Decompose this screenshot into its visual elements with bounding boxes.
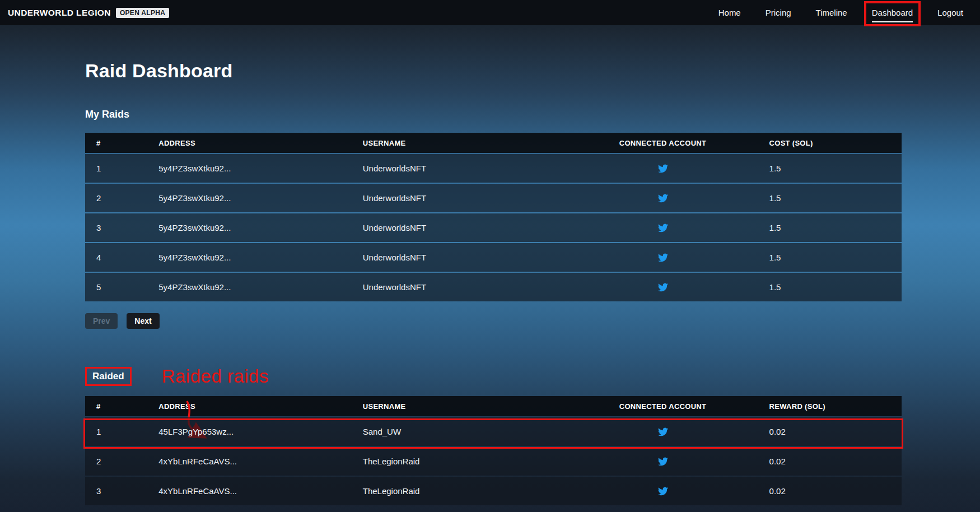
cell-address: 5y4PZ3swXtku92... — [158, 193, 363, 203]
raided-label: Raided — [85, 367, 132, 386]
cell-value: 0.02 — [755, 427, 902, 436]
table-row: 35y4PZ3swXtku92...UnderworldsNFT1.5 — [85, 213, 902, 242]
account-cell — [571, 282, 755, 292]
my-raids-table: #ADDRESSUSERNAMECONNECTED ACCOUNTCOST (S… — [85, 133, 902, 301]
table-row: 45y4PZ3swXtku92...UnderworldsNFT1.5 — [85, 243, 902, 272]
column-header: CONNECTED ACCOUNT — [571, 139, 755, 147]
twitter-icon[interactable] — [658, 427, 668, 437]
cell-address: 4xYbLnRFeCaAVS... — [158, 486, 363, 496]
account-cell — [571, 163, 755, 174]
table-row: 24xYbLnRFeCaAVS...TheLegionRaid0.02 — [85, 447, 902, 476]
account-cell — [571, 486, 755, 496]
cell-num: 1 — [85, 427, 158, 436]
my-raids-heading: My Raids — [85, 109, 902, 120]
column-header: CONNECTED ACCOUNT — [571, 402, 755, 411]
cell-address: 4xYbLnRFeCaAVS... — [158, 457, 363, 466]
account-cell — [571, 252, 755, 263]
column-header: ADDRESS — [158, 139, 363, 147]
nav-item-home[interactable]: Home — [718, 8, 741, 17]
column-header: ADDRESS — [158, 402, 363, 411]
twitter-icon[interactable] — [658, 486, 668, 496]
twitter-icon[interactable] — [658, 253, 668, 263]
table-body: 145LF3PgYp653wz...Sand_UW0.0224xYbLnRFeC… — [85, 417, 902, 505]
cell-num: 4 — [85, 253, 158, 262]
cell-num: 5 — [85, 282, 158, 292]
cell-address: 5y4PZ3swXtku92... — [158, 164, 363, 173]
column-header: COST (SOL) — [755, 139, 902, 147]
account-cell — [571, 193, 755, 203]
column-header: USERNAME — [363, 139, 571, 147]
table-row: 25y4PZ3swXtku92...UnderworldsNFT1.5 — [85, 184, 902, 212]
annotation-box — [864, 1, 921, 26]
brand-title: UNDERWORLD LEGION — [8, 8, 111, 18]
table-row: 55y4PZ3swXtku92...UnderworldsNFT1.5 — [85, 273, 902, 301]
main-content: Raid Dashboard My Raids #ADDRESSUSERNAME… — [0, 60, 980, 512]
table-header-row: #ADDRESSUSERNAMECONNECTED ACCOUNTREWARD … — [85, 396, 902, 416]
cell-address: 45LF3PgYp653wz... — [158, 427, 363, 436]
my-raids-section: My Raids #ADDRESSUSERNAMECONNECTED ACCOU… — [85, 109, 902, 329]
cell-num: 2 — [85, 193, 158, 203]
cell-username: UnderworldsNFT — [363, 223, 571, 232]
next-button[interactable]: Next — [127, 313, 159, 329]
cell-username: Sand_UW — [363, 427, 571, 436]
page-title: Raid Dashboard — [85, 60, 902, 82]
cell-value: 1.5 — [755, 193, 902, 203]
pagination: Prev Next — [85, 313, 902, 329]
nav-item-timeline[interactable]: Timeline — [816, 8, 847, 17]
cell-value: 1.5 — [755, 164, 902, 173]
column-header: # — [85, 139, 158, 147]
cell-username: UnderworldsNFT — [363, 193, 571, 203]
account-cell — [571, 456, 755, 467]
column-header: REWARD (SOL) — [755, 402, 902, 411]
twitter-icon[interactable] — [658, 164, 668, 174]
prev-button[interactable]: Prev — [85, 313, 118, 329]
cell-num: 3 — [85, 486, 158, 496]
twitter-icon[interactable] — [658, 457, 668, 467]
cell-value: 0.02 — [755, 486, 902, 496]
account-cell — [571, 426, 755, 437]
cell-username: TheLegionRaid — [363, 457, 571, 466]
cell-username: TheLegionRaid — [363, 486, 571, 496]
table-row: 15y4PZ3swXtku92...UnderworldsNFT1.5 — [85, 154, 902, 183]
cell-address: 5y4PZ3swXtku92... — [158, 223, 363, 232]
nav-item-logout[interactable]: Logout — [937, 8, 963, 17]
raided-table: #ADDRESSUSERNAMECONNECTED ACCOUNTREWARD … — [85, 396, 902, 505]
twitter-icon[interactable] — [658, 282, 668, 292]
cell-value: 1.5 — [755, 282, 902, 292]
raided-header: Raided Raided raids — [85, 366, 902, 387]
cell-address: 5y4PZ3swXtku92... — [158, 282, 363, 292]
nav-items: HomePricingTimelineDashboardLogout — [718, 8, 963, 17]
cell-num: 2 — [85, 457, 158, 466]
table-header-row: #ADDRESSUSERNAMECONNECTED ACCOUNTCOST (S… — [85, 133, 902, 153]
cell-value: 1.5 — [755, 223, 902, 232]
cell-value: 1.5 — [755, 253, 902, 262]
cell-value: 0.02 — [755, 457, 902, 466]
cell-num: 1 — [85, 164, 158, 173]
column-header: USERNAME — [363, 402, 571, 411]
account-cell — [571, 222, 755, 233]
twitter-icon[interactable] — [658, 223, 668, 233]
table-row: 34xYbLnRFeCaAVS...TheLegionRaid0.02 — [85, 477, 902, 505]
cell-num: 3 — [85, 223, 158, 232]
cell-username: UnderworldsNFT — [363, 164, 571, 173]
column-header: # — [85, 402, 158, 411]
cell-address: 5y4PZ3swXtku92... — [158, 253, 363, 262]
cell-username: UnderworldsNFT — [363, 253, 571, 262]
top-nav-bar: UNDERWORLD LEGION OPEN ALPHA HomePricing… — [0, 0, 980, 25]
cell-username: UnderworldsNFT — [363, 282, 571, 292]
twitter-icon[interactable] — [658, 193, 668, 203]
table-row: 145LF3PgYp653wz...Sand_UW0.02 — [85, 417, 902, 446]
nav-item-dashboard[interactable]: Dashboard — [872, 8, 913, 17]
annotation-note-text: Raided raids — [162, 366, 269, 387]
table-body: 15y4PZ3swXtku92...UnderworldsNFT1.525y4P… — [85, 154, 902, 301]
open-alpha-badge: OPEN ALPHA — [116, 8, 169, 18]
nav-item-pricing[interactable]: Pricing — [766, 8, 791, 17]
raided-section: Raided Raided raids #ADDRESSUSERNAMECONN… — [85, 366, 902, 512]
